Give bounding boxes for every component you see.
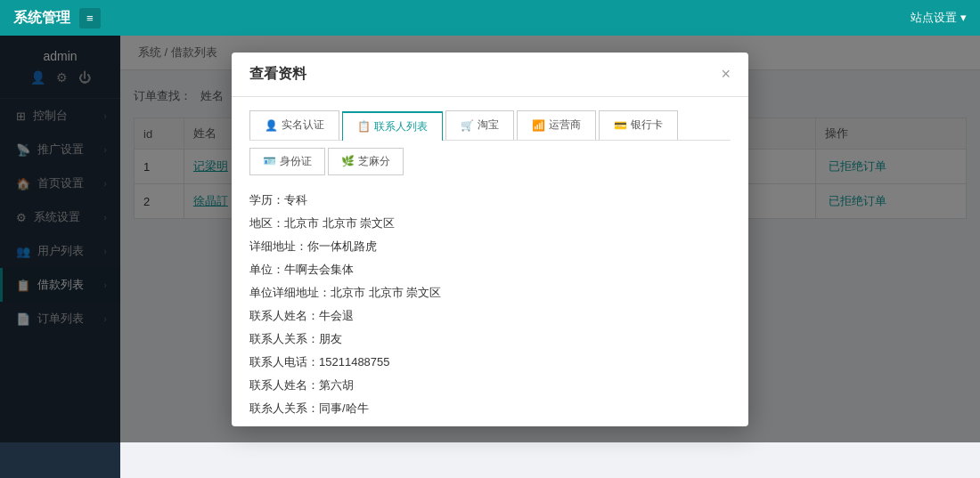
- menu-toggle-button[interactable]: ≡: [79, 8, 101, 28]
- modal-header: 查看资料 ×: [232, 53, 748, 97]
- header-left: 系统管理 ≡: [13, 8, 101, 28]
- top-header: 系统管理 ≡ 站点设置 ▾: [0, 0, 980, 36]
- modal-tabs-row2: 🪪 身份证 🌿 芝麻分: [249, 148, 731, 175]
- info-contact1-name: 联系人姓名：牛会退: [249, 304, 731, 328]
- modal-overlay: 查看资料 × 👤 实名认证 📋 联系人列表 🛒 淘宝 📶: [0, 36, 980, 442]
- id-card-tab-icon: 🪪: [263, 155, 276, 167]
- info-education: 学历：专科: [249, 189, 731, 212]
- modal-tabs-row1: 👤 实名认证 📋 联系人列表 🛒 淘宝 📶 运营商 💳 银行卡: [249, 110, 731, 141]
- info-company: 单位：牛啊去会集体: [249, 258, 731, 281]
- modal-dialog: 查看资料 × 👤 实名认证 📋 联系人列表 🛒 淘宝 📶: [232, 53, 748, 426]
- carrier-tab-icon: 📶: [532, 119, 545, 132]
- info-contact1-phone: 联系人电话：15211488755: [249, 351, 731, 374]
- tab-sesame-label: 芝麻分: [358, 154, 390, 169]
- info-list: 学历：专科 地区：北京市 北京市 崇文区 详细地址：你一体机路虎 单位：牛啊去会…: [249, 189, 731, 420]
- contacts-tab-icon: 📋: [357, 120, 371, 133]
- tab-id-card[interactable]: 🪪 身份证: [249, 148, 325, 175]
- modal-title: 查看资料: [249, 65, 306, 84]
- tab-id-card-label: 身份证: [280, 154, 312, 169]
- site-settings-button[interactable]: 站点设置 ▾: [911, 10, 967, 26]
- info-company-address: 单位详细地址：北京市 北京市 崇文区: [249, 281, 731, 304]
- tab-taobao-label: 淘宝: [478, 117, 499, 133]
- modal-close-button[interactable]: ×: [721, 66, 731, 82]
- app-title: 系统管理: [13, 9, 70, 28]
- info-contact2-name: 联系人姓名：第六胡: [249, 374, 731, 397]
- info-detail-address: 详细地址：你一体机路虎: [249, 235, 731, 258]
- bank-tab-icon: 💳: [614, 119, 627, 132]
- tab-real-name[interactable]: 👤 实名认证: [249, 110, 339, 140]
- taobao-tab-icon: 🛒: [461, 119, 474, 132]
- info-contact2-relation: 联糸人关系：同事/哈牛: [249, 397, 731, 420]
- sesame-tab-icon: 🌿: [341, 155, 355, 167]
- tab-bank-label: 银行卡: [631, 117, 663, 133]
- tab-contacts[interactable]: 📋 联系人列表: [342, 111, 443, 141]
- tab-contacts-label: 联系人列表: [374, 119, 428, 134]
- tab-carrier[interactable]: 📶 运营商: [517, 110, 596, 140]
- tab-bank[interactable]: 💳 银行卡: [599, 110, 678, 140]
- tab-taobao[interactable]: 🛒 淘宝: [445, 110, 514, 140]
- tab-sesame[interactable]: 🌿 芝麻分: [328, 148, 404, 175]
- modal-body: 👤 实名认证 📋 联系人列表 🛒 淘宝 📶 运营商 💳 银行卡: [232, 97, 748, 426]
- info-contact1-relation: 联系人关系：朋友: [249, 328, 731, 351]
- real-name-tab-icon: 👤: [265, 119, 278, 132]
- tab-real-name-label: 实名认证: [282, 117, 324, 133]
- info-address: 地区：北京市 北京市 崇文区: [249, 212, 731, 235]
- tab-carrier-label: 运营商: [549, 117, 581, 133]
